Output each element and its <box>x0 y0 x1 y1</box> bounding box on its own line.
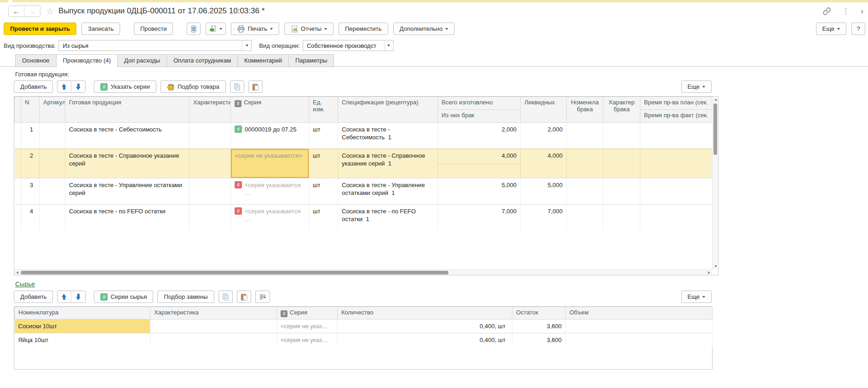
cell-article[interactable] <box>40 205 65 231</box>
raw-more-button[interactable]: Еще <box>681 291 712 303</box>
form-more-button[interactable]: Еще <box>816 23 846 35</box>
goods-pick-button[interactable]: Подбор товара <box>161 80 226 93</box>
print-button[interactable]: Печать <box>231 23 279 35</box>
cell-article[interactable] <box>40 178 65 205</box>
scroll-left-icon[interactable] <box>16 271 18 274</box>
cell-total[interactable]: 4,000 <box>438 149 521 178</box>
cell-series[interactable]: <серия не указ… <box>277 320 338 333</box>
cell-liquid[interactable]: 7,000 <box>521 205 567 231</box>
move-row-down-button[interactable] <box>71 81 85 92</box>
cell-product[interactable]: Сосиска в тесте - Себестоимость <box>65 123 190 149</box>
replacement-pick-button[interactable]: Подбор замены <box>157 291 214 303</box>
vertical-scroll-thumb[interactable] <box>713 103 717 155</box>
cell-spec[interactable]: Сосиска в тесте - по FEFO остатки 1 <box>338 205 438 231</box>
cell-defect-char[interactable] <box>604 178 640 205</box>
cell-volume[interactable] <box>566 320 713 333</box>
fill-by-spec-button[interactable] <box>255 291 270 303</box>
move-row-up-button[interactable] <box>57 291 71 302</box>
get-link-icon[interactable] <box>822 7 831 16</box>
combo-dropdown-icon[interactable] <box>242 40 251 51</box>
cell-rest[interactable]: 3,600 <box>512 333 566 347</box>
tab-staff-payment[interactable]: Оплата сотрудникам <box>167 54 238 67</box>
tab-parameters[interactable]: Параметры <box>288 54 334 67</box>
cell-characteristic[interactable] <box>150 320 277 333</box>
write-button[interactable]: Записать <box>81 23 120 35</box>
cell-unit[interactable]: шт <box>309 149 338 178</box>
paste-rows-button[interactable] <box>237 291 251 303</box>
table-row[interactable]: 1 Сосиска в тесте - Себестоимость #00000… <box>15 123 713 149</box>
additional-button[interactable]: Дополнительно <box>393 23 455 35</box>
table-row[interactable]: Яйца 10шт <серия не указ… 0,400, шт 3,60… <box>15 333 713 347</box>
cell-series[interactable]: #<серия указывается … <box>231 178 309 205</box>
cell-nomenclature-selected[interactable]: Сосиски 10шт <box>15 320 150 333</box>
table-row[interactable]: 3 Сосиска в тесте - Управление остатками… <box>15 178 713 205</box>
scroll-down-icon[interactable] <box>714 265 717 268</box>
cell-article[interactable] <box>40 149 65 178</box>
tab-comment[interactable]: Комментарий <box>237 54 289 67</box>
cell-spec[interactable]: Сосиска в тесте - Управление остатками с… <box>338 178 438 205</box>
cell-total[interactable]: 5,000 <box>438 178 521 205</box>
cell-time[interactable] <box>640 123 713 149</box>
cell-quantity[interactable]: 0,400, шт <box>338 333 512 347</box>
cell-defect-nom[interactable] <box>567 123 604 149</box>
cell-defect-char[interactable] <box>604 123 640 149</box>
cell-product[interactable]: Сосиска в тесте - Справочное указание се… <box>65 149 190 178</box>
cell-product[interactable]: Сосиска в тесте - по FEFO остатки <box>65 205 190 231</box>
add-raw-button[interactable]: Добавить <box>14 291 53 303</box>
cell-n[interactable]: 2 <box>21 149 40 178</box>
cell-spec[interactable]: Сосиска в тесте - Справочное указание се… <box>338 149 438 178</box>
cell-n[interactable]: 1 <box>21 123 40 149</box>
raw-series-button[interactable]: # Серии сырья <box>94 291 153 303</box>
cell-unit[interactable]: шт <box>309 178 338 205</box>
tab-extra-costs[interactable]: Доп расходы <box>117 54 167 67</box>
combo-dropdown-icon[interactable] <box>384 40 393 51</box>
move-row-down-button[interactable] <box>71 291 85 302</box>
cell-characteristic[interactable] <box>150 333 277 347</box>
cell-defect-char[interactable] <box>604 149 640 178</box>
nav-back-button[interactable]: ← <box>9 6 24 17</box>
tab-main[interactable]: Основное <box>15 54 57 67</box>
nav-forward-button[interactable]: → <box>24 6 40 17</box>
copy-rows-button[interactable] <box>218 291 233 303</box>
related-documents-button[interactable] <box>187 23 201 35</box>
cell-rest[interactable]: 3,600 <box>512 320 566 333</box>
cell-spec[interactable]: Сосиска в тесте - Себестоимость 1 <box>338 123 438 149</box>
table-row-selected[interactable]: Сосиски 10шт <серия не указ… 0,400, шт 3… <box>15 320 713 333</box>
add-product-button[interactable]: Добавить <box>14 80 53 93</box>
cell-total[interactable]: 2,000 <box>438 123 521 149</box>
cell-characteristic[interactable] <box>190 178 231 205</box>
operation-type-combobox[interactable]: Собственное производст <box>303 40 394 51</box>
cell-defect-nom[interactable] <box>567 178 604 205</box>
help-button[interactable]: ? <box>851 23 865 35</box>
cell-quantity[interactable]: 0,400, шт <box>338 320 512 333</box>
cell-n[interactable]: 3 <box>21 178 40 205</box>
cell-unit[interactable]: шт <box>309 123 338 149</box>
cell-volume[interactable] <box>566 333 713 347</box>
post-button[interactable]: Провести <box>134 23 173 35</box>
scroll-right-icon[interactable] <box>708 271 710 274</box>
favorite-star-icon[interactable]: ☆ <box>46 6 54 17</box>
finished-goods-more-button[interactable]: Еще <box>681 80 712 93</box>
cell-series-focused[interactable]: <серия не указывается> <box>231 149 309 178</box>
paste-rows-button[interactable] <box>248 80 263 93</box>
cell-time[interactable] <box>640 149 713 178</box>
production-type-combobox[interactable]: Из сырья <box>58 40 252 51</box>
cell-total[interactable]: 7,000 <box>438 205 521 231</box>
specify-series-button[interactable]: # Указать серии <box>94 80 156 93</box>
cell-nomenclature[interactable]: Яйца 10шт <box>15 333 150 347</box>
vertical-scrollbar[interactable] <box>712 97 718 269</box>
move-button[interactable]: Переместить <box>339 23 388 35</box>
cell-series[interactable]: #00000019 до 07.25 <box>231 123 309 149</box>
cell-unit[interactable]: шт <box>309 205 338 231</box>
raw-materials-link[interactable]: Сырье <box>15 280 35 288</box>
collapse-panel-icon[interactable]: › <box>861 6 863 16</box>
more-menu-kebab-icon[interactable]: ⋮ <box>842 7 850 16</box>
cell-liquid[interactable]: 2,000 <box>521 123 567 149</box>
cell-liquid[interactable]: 4,000 <box>521 149 567 178</box>
horizontal-scrollbar[interactable] <box>14 269 712 275</box>
tab-production[interactable]: Производство (4) <box>56 54 118 67</box>
cell-characteristic[interactable] <box>190 149 231 178</box>
cell-characteristic[interactable] <box>190 123 231 149</box>
table-row[interactable]: 4 Сосиска в тесте - по FEFO остатки #<се… <box>15 205 713 231</box>
copy-rows-button[interactable] <box>230 80 244 93</box>
